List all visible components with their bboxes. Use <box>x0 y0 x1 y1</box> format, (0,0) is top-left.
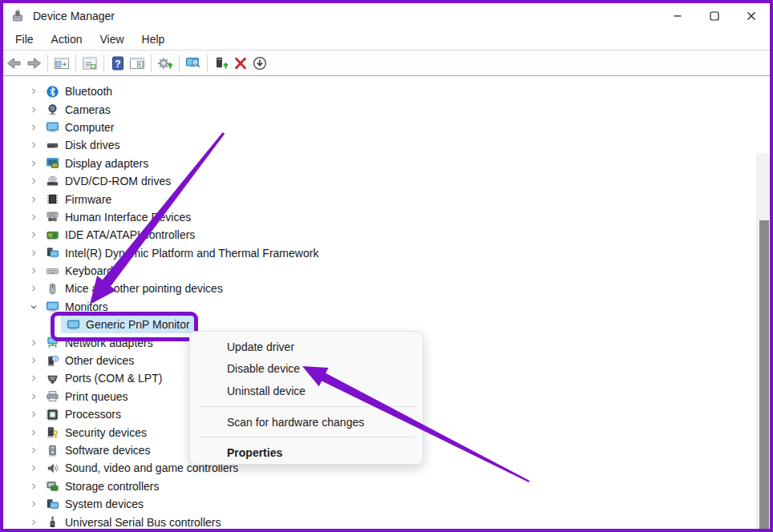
tree-item-content[interactable]: IDE ATA/ATAPI controllers <box>40 226 201 244</box>
action-pane-icon[interactable] <box>127 53 147 74</box>
context-menu-item-uninstall-device[interactable]: Uninstall device <box>190 380 423 402</box>
toolbar-separator <box>75 54 76 72</box>
tree-item[interactable]: Universal Serial Bus controllers <box>3 513 770 529</box>
tree-item-content[interactable]: Processors <box>40 405 127 423</box>
tree-item-content[interactable]: Bluetooth <box>40 83 119 100</box>
tree-item[interactable]: IDE ATA/ATAPI controllers <box>3 226 770 244</box>
tree-item-content[interactable]: Human Interface Devices <box>40 208 197 226</box>
tree-item-content[interactable]: DVD/CD-ROM drives <box>40 172 177 190</box>
tree-item-content[interactable]: Cameras <box>40 101 117 119</box>
help-icon[interactable]: ? <box>108 53 127 74</box>
tree-item-content[interactable]: Generic PnP Monitor <box>61 316 196 333</box>
tree-item-content[interactable]: Security devices <box>40 424 153 441</box>
context-menu-item-update-driver[interactable]: Update driver <box>190 336 423 358</box>
forward-icon[interactable] <box>24 53 43 74</box>
tree-item-content[interactable]: Ports (COM & LPT) <box>40 369 168 387</box>
chevron-right-icon[interactable] <box>27 211 40 224</box>
chevron-right-icon[interactable] <box>27 121 40 134</box>
chevron-right-icon[interactable] <box>27 247 40 260</box>
chevron-right-icon[interactable] <box>27 354 40 367</box>
tree-item-content[interactable]: Intel(R) Dynamic Platform and Thermal Fr… <box>40 244 325 262</box>
context-menu-item-disable-device[interactable]: Disable device <box>190 358 423 381</box>
tree-item-label: Firmware <box>65 193 111 206</box>
menu-help[interactable]: Help <box>133 30 174 49</box>
tree-item[interactable]: DVD/CD-ROM drives <box>3 172 770 190</box>
back-icon[interactable] <box>5 53 24 74</box>
tree-item-content[interactable]: Software devices <box>40 441 157 459</box>
tree-item[interactable]: Monitors <box>3 298 770 316</box>
chevron-right-icon[interactable] <box>27 480 40 493</box>
system-device-icon <box>45 497 59 511</box>
menu-view[interactable]: View <box>91 30 132 49</box>
tree-item[interactable]: Human Interface Devices <box>3 208 770 226</box>
monitor-icon <box>45 300 59 314</box>
chevron-right-icon[interactable] <box>27 498 40 510</box>
chevron-right-icon[interactable] <box>27 461 40 474</box>
tree-item[interactable]: Firmware <box>3 190 770 208</box>
tree-item-label: Human Interface Devices <box>65 211 191 224</box>
tree-item[interactable]: Keyboards <box>3 262 770 280</box>
tree-item-content[interactable]: Display adapters <box>40 155 155 172</box>
tree-item-content[interactable]: ?Other devices <box>40 352 140 369</box>
context-menu-item-properties[interactable]: Properties <box>190 441 423 464</box>
tree-item[interactable]: Computer <box>3 119 770 136</box>
chevron-down-icon[interactable] <box>27 300 40 313</box>
chevron-right-icon[interactable] <box>27 426 40 439</box>
chevron-right-icon[interactable] <box>27 193 40 206</box>
menu-action[interactable]: Action <box>42 30 91 49</box>
chevron-right-icon[interactable] <box>27 157 40 170</box>
tree-item-content[interactable]: Mice and other pointing devices <box>40 280 229 297</box>
chevron-right-icon[interactable] <box>27 516 40 529</box>
tree-item[interactable]: Mice and other pointing devices <box>3 280 770 297</box>
tree-item[interactable]: Display adapters <box>3 155 770 172</box>
chevron-right-icon[interactable] <box>27 390 40 403</box>
chevron-right-icon[interactable] <box>27 372 40 385</box>
tree-item[interactable]: Disk drives <box>3 136 770 154</box>
chevron-right-icon[interactable] <box>27 139 40 151</box>
bluetooth-icon <box>45 84 59 99</box>
window-title: Device Manager <box>33 10 115 22</box>
tree-item[interactable]: Intel(R) Dynamic Platform and Thermal Fr… <box>3 244 770 262</box>
scrollbar-thumb[interactable] <box>759 220 769 529</box>
chevron-right-icon[interactable] <box>27 228 40 241</box>
chevron-right-icon[interactable] <box>27 444 40 457</box>
tree-item-content[interactable]: Storage controllers <box>40 478 166 495</box>
tree-item-content[interactable]: System devices <box>40 495 150 513</box>
tree-item-content[interactable]: Computer <box>40 119 120 136</box>
computer-icon <box>45 120 59 135</box>
console-tree-icon[interactable] <box>52 53 71 74</box>
chevron-right-icon[interactable] <box>27 337 40 349</box>
tree-item-content[interactable]: Firmware <box>40 191 118 208</box>
chevron-right-icon[interactable] <box>27 103 40 116</box>
chevron-right-icon[interactable] <box>27 408 40 421</box>
tree-item[interactable]: System devices <box>3 495 770 513</box>
tree-item-content[interactable]: Network adapters <box>40 334 160 352</box>
context-menu-item-scan-for-hardware-changes[interactable]: Scan for hardware changes <box>190 411 423 433</box>
minimize-button[interactable] <box>659 3 696 28</box>
install-device-icon[interactable] <box>212 53 231 74</box>
tree-item[interactable]: Storage controllers <box>3 478 770 495</box>
disable-device-icon[interactable] <box>250 53 269 74</box>
tree-item-content[interactable]: Print queues <box>40 388 135 405</box>
tree-item-content[interactable]: Universal Serial Bus controllers <box>40 514 228 529</box>
maximize-button[interactable] <box>696 3 733 28</box>
chevron-right-icon[interactable] <box>27 85 40 98</box>
chevron-right-icon[interactable] <box>27 282 40 295</box>
tree-item[interactable]: Cameras <box>3 100 770 118</box>
context-menu: Update driverDisable deviceUninstall dev… <box>189 331 423 465</box>
uninstall-device-icon[interactable] <box>231 53 250 74</box>
chevron-right-icon[interactable] <box>27 175 40 187</box>
tree-item-content[interactable]: Keyboards <box>40 262 125 280</box>
properties-icon[interactable] <box>80 53 99 74</box>
vertical-scrollbar[interactable] <box>756 153 770 529</box>
svg-text:?: ? <box>115 58 120 69</box>
tree-item-content[interactable]: Disk drives <box>40 136 126 154</box>
menu-file[interactable]: File <box>6 30 42 49</box>
update-driver-icon[interactable] <box>156 53 175 74</box>
tree-item-label: Monitors <box>65 300 108 313</box>
scan-hardware-icon[interactable] <box>184 53 203 74</box>
close-button[interactable] <box>733 3 770 28</box>
tree-item[interactable]: Bluetooth <box>3 83 770 100</box>
tree-item-content[interactable]: Monitors <box>40 298 115 316</box>
chevron-right-icon[interactable] <box>27 264 40 277</box>
